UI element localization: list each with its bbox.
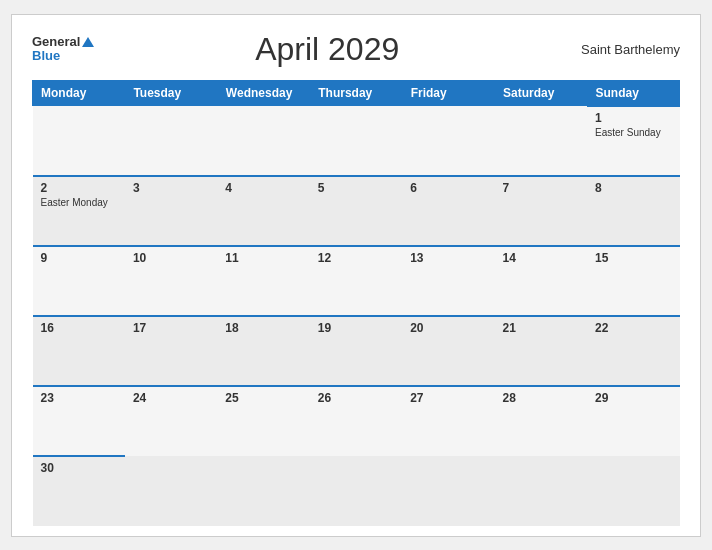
calendar-row: 30 [33, 456, 680, 526]
calendar-row: 2Easter Monday345678 [33, 176, 680, 246]
calendar-cell: 3 [125, 176, 217, 246]
day-number: 2 [41, 181, 117, 195]
calendar-cell: 27 [402, 386, 494, 456]
calendar-cell: 10 [125, 246, 217, 316]
day-number: 18 [225, 321, 301, 335]
calendar-cell: 29 [587, 386, 679, 456]
weekday-header-row: MondayTuesdayWednesdayThursdayFridaySatu… [33, 80, 680, 106]
logo-blue-text: Blue [32, 49, 94, 63]
calendar-cell: 25 [217, 386, 309, 456]
calendar-cell: 15 [587, 246, 679, 316]
day-number: 8 [595, 181, 671, 195]
day-number: 6 [410, 181, 486, 195]
calendar-container: General Blue April 2029 Saint Barthelemy… [11, 14, 701, 537]
day-number: 21 [503, 321, 579, 335]
day-number: 26 [318, 391, 394, 405]
calendar-tbody: 1Easter Sunday2Easter Monday345678910111… [33, 106, 680, 526]
calendar-cell: 26 [310, 386, 402, 456]
calendar-cell: 5 [310, 176, 402, 246]
day-number: 23 [41, 391, 117, 405]
day-number: 19 [318, 321, 394, 335]
day-number: 11 [225, 251, 301, 265]
month-title: April 2029 [94, 31, 560, 68]
calendar-cell [402, 456, 494, 526]
day-number: 17 [133, 321, 209, 335]
calendar-cell [402, 106, 494, 176]
calendar-cell: 2Easter Monday [33, 176, 125, 246]
calendar-table: MondayTuesdayWednesdayThursdayFridaySatu… [32, 80, 680, 526]
calendar-cell [495, 106, 587, 176]
calendar-cell: 19 [310, 316, 402, 386]
calendar-cell [125, 456, 217, 526]
calendar-cell: 13 [402, 246, 494, 316]
weekday-header-monday: Monday [33, 80, 125, 106]
day-number: 3 [133, 181, 209, 195]
day-number: 12 [318, 251, 394, 265]
day-number: 10 [133, 251, 209, 265]
weekday-header-wednesday: Wednesday [217, 80, 309, 106]
region-label: Saint Barthelemy [560, 42, 680, 57]
event-label: Easter Monday [41, 197, 117, 208]
calendar-cell: 11 [217, 246, 309, 316]
calendar-thead: MondayTuesdayWednesdayThursdayFridaySatu… [33, 80, 680, 106]
calendar-cell: 30 [33, 456, 125, 526]
logo-triangle-icon [82, 37, 94, 47]
calendar-cell [33, 106, 125, 176]
calendar-cell: 28 [495, 386, 587, 456]
calendar-cell: 18 [217, 316, 309, 386]
day-number: 25 [225, 391, 301, 405]
weekday-header-thursday: Thursday [310, 80, 402, 106]
calendar-cell: 7 [495, 176, 587, 246]
calendar-row: 16171819202122 [33, 316, 680, 386]
calendar-row: 23242526272829 [33, 386, 680, 456]
calendar-cell [217, 456, 309, 526]
calendar-cell: 8 [587, 176, 679, 246]
day-number: 9 [41, 251, 117, 265]
calendar-row: 9101112131415 [33, 246, 680, 316]
day-number: 15 [595, 251, 671, 265]
day-number: 13 [410, 251, 486, 265]
calendar-cell: 14 [495, 246, 587, 316]
day-number: 5 [318, 181, 394, 195]
calendar-cell [587, 456, 679, 526]
calendar-cell [310, 106, 402, 176]
calendar-cell [495, 456, 587, 526]
day-number: 4 [225, 181, 301, 195]
calendar-cell: 9 [33, 246, 125, 316]
day-number: 7 [503, 181, 579, 195]
logo-general-text: General [32, 35, 94, 49]
weekday-header-tuesday: Tuesday [125, 80, 217, 106]
calendar-cell: 1Easter Sunday [587, 106, 679, 176]
calendar-cell: 22 [587, 316, 679, 386]
calendar-cell: 23 [33, 386, 125, 456]
day-number: 24 [133, 391, 209, 405]
weekday-header-sunday: Sunday [587, 80, 679, 106]
calendar-cell: 21 [495, 316, 587, 386]
day-number: 14 [503, 251, 579, 265]
day-number: 16 [41, 321, 117, 335]
calendar-cell [217, 106, 309, 176]
day-number: 22 [595, 321, 671, 335]
day-number: 28 [503, 391, 579, 405]
calendar-cell: 17 [125, 316, 217, 386]
calendar-cell: 16 [33, 316, 125, 386]
calendar-cell: 6 [402, 176, 494, 246]
day-number: 30 [41, 461, 117, 475]
calendar-cell [125, 106, 217, 176]
day-number: 20 [410, 321, 486, 335]
calendar-header: General Blue April 2029 Saint Barthelemy [32, 31, 680, 68]
weekday-header-saturday: Saturday [495, 80, 587, 106]
day-number: 1 [595, 111, 671, 125]
calendar-cell: 24 [125, 386, 217, 456]
day-number: 29 [595, 391, 671, 405]
logo: General Blue [32, 35, 94, 64]
day-number: 27 [410, 391, 486, 405]
calendar-cell [310, 456, 402, 526]
calendar-cell: 20 [402, 316, 494, 386]
calendar-cell: 12 [310, 246, 402, 316]
event-label: Easter Sunday [595, 127, 671, 138]
calendar-row: 1Easter Sunday [33, 106, 680, 176]
weekday-header-friday: Friday [402, 80, 494, 106]
calendar-cell: 4 [217, 176, 309, 246]
